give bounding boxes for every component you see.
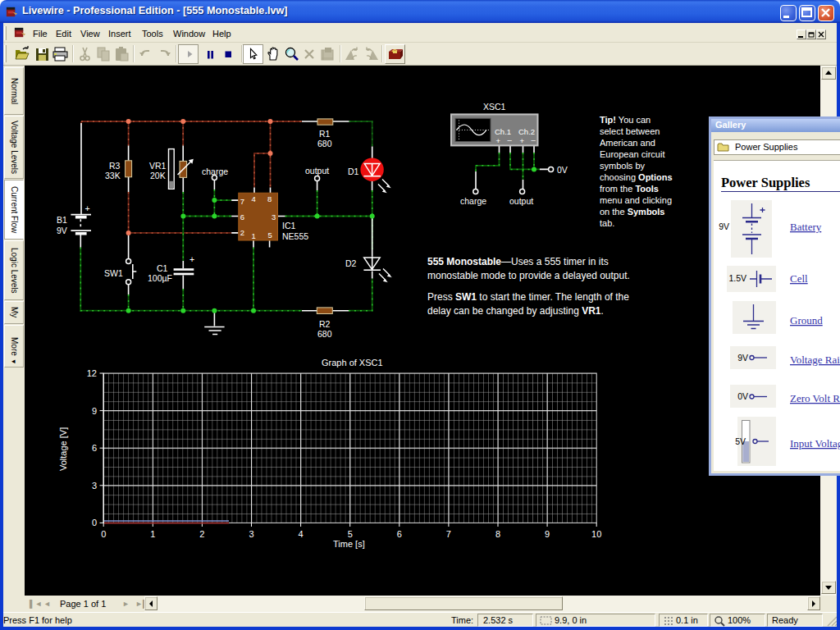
svg-text:+: + xyxy=(189,254,194,264)
svg-text:9V: 9V xyxy=(737,353,748,363)
svg-text:Input Voltage: Input Voltage xyxy=(790,437,840,450)
svg-text:9V: 9V xyxy=(719,221,729,231)
svg-text:4: 4 xyxy=(299,529,304,539)
svg-text:3: 3 xyxy=(272,212,276,221)
svg-text:6: 6 xyxy=(397,529,402,539)
svg-text:R3: R3 xyxy=(109,161,121,171)
svg-text:symbols by: symbols by xyxy=(600,161,646,171)
svg-text:choosing Options: choosing Options xyxy=(600,172,673,182)
svg-text:8: 8 xyxy=(267,194,272,203)
svg-text:6: 6 xyxy=(240,212,244,221)
svg-text:9: 9 xyxy=(545,529,550,539)
svg-text:IC1: IC1 xyxy=(282,221,296,231)
svg-text:0V: 0V xyxy=(557,165,568,175)
svg-text:American and: American and xyxy=(600,138,655,148)
svg-text:B1: B1 xyxy=(57,215,67,225)
svg-text:D2: D2 xyxy=(345,258,357,268)
svg-text:Press SW1 to start the timer.: Press SW1 to start the timer. The length… xyxy=(427,291,629,303)
svg-text:NE555: NE555 xyxy=(282,231,308,241)
svg-text:1: 1 xyxy=(150,529,155,539)
svg-text:–: – xyxy=(508,135,513,144)
svg-text:5: 5 xyxy=(348,529,353,539)
svg-text:charge: charge xyxy=(460,196,486,206)
svg-text:select between: select between xyxy=(600,126,660,136)
svg-text:Voltage Rail: Voltage Rail xyxy=(790,354,840,366)
svg-text:VR1: VR1 xyxy=(149,161,167,171)
svg-text:2: 2 xyxy=(199,529,204,539)
svg-text:100µF: 100µF xyxy=(148,273,172,283)
svg-text:Zero Volt Rail: Zero Volt Rail xyxy=(790,392,840,404)
svg-text:menu and clicking: menu and clicking xyxy=(600,195,672,205)
svg-text:1.5V: 1.5V xyxy=(728,273,746,283)
svg-text:output: output xyxy=(305,166,329,176)
svg-text:–: – xyxy=(532,135,536,144)
svg-text:33K: 33K xyxy=(105,171,121,180)
svg-text:from the Tools: from the Tools xyxy=(600,184,659,194)
svg-text:charge: charge xyxy=(202,167,228,176)
svg-text:3: 3 xyxy=(92,481,97,491)
svg-text:+: + xyxy=(520,136,525,145)
svg-text:Cell: Cell xyxy=(790,272,808,285)
svg-text:monostable mode to provide a d: monostable mode to provide a delayed out… xyxy=(427,270,630,281)
svg-text:10: 10 xyxy=(591,529,601,539)
svg-text:12: 12 xyxy=(87,368,97,378)
svg-text:0: 0 xyxy=(92,518,97,527)
svg-text:6: 6 xyxy=(92,443,97,453)
svg-text:+: + xyxy=(496,136,501,145)
svg-text:0V: 0V xyxy=(737,391,748,401)
svg-text:8: 8 xyxy=(495,529,500,539)
svg-text:output: output xyxy=(509,196,533,206)
svg-text:7: 7 xyxy=(240,197,244,206)
svg-text:delay can be changed by adjust: delay can be changed by adjusting VR1. xyxy=(427,305,604,317)
svg-text:European circuit: European circuit xyxy=(600,149,665,159)
svg-text:Ground: Ground xyxy=(790,314,823,326)
svg-text:on the Symbols: on the Symbols xyxy=(600,207,665,217)
svg-text:Tip! You can: Tip! You can xyxy=(600,115,651,125)
svg-text:20K: 20K xyxy=(150,171,166,180)
svg-text:2: 2 xyxy=(240,228,244,237)
svg-text:Time [s]: Time [s] xyxy=(333,539,365,549)
svg-text:R1: R1 xyxy=(319,129,331,139)
svg-text:+: + xyxy=(85,203,90,213)
svg-text:SW1: SW1 xyxy=(104,268,123,278)
svg-text:9: 9 xyxy=(92,406,97,416)
svg-text:3: 3 xyxy=(249,529,253,539)
svg-text:Voltage [V]: Voltage [V] xyxy=(58,427,68,471)
svg-text:7: 7 xyxy=(446,529,451,539)
svg-text:555 Monostable—Uses a 555 time: 555 Monostable—Uses a 555 timer in its xyxy=(427,256,609,267)
svg-text:C1: C1 xyxy=(157,263,168,273)
svg-text:Graph of XSC1: Graph of XSC1 xyxy=(322,358,383,368)
svg-text:1: 1 xyxy=(252,231,256,240)
svg-text:4: 4 xyxy=(252,194,256,203)
svg-text:XSC1: XSC1 xyxy=(483,102,506,112)
svg-text:680: 680 xyxy=(317,329,332,339)
svg-text:0: 0 xyxy=(101,529,106,539)
svg-text:5: 5 xyxy=(268,231,272,240)
svg-text:tab.: tab. xyxy=(600,218,614,228)
svg-text:D1: D1 xyxy=(348,167,359,176)
svg-text:R2: R2 xyxy=(319,319,331,329)
svg-text:5V: 5V xyxy=(735,436,746,446)
svg-text:9V: 9V xyxy=(57,226,67,235)
svg-text:Battery: Battery xyxy=(790,221,822,233)
svg-text:680: 680 xyxy=(317,139,332,148)
